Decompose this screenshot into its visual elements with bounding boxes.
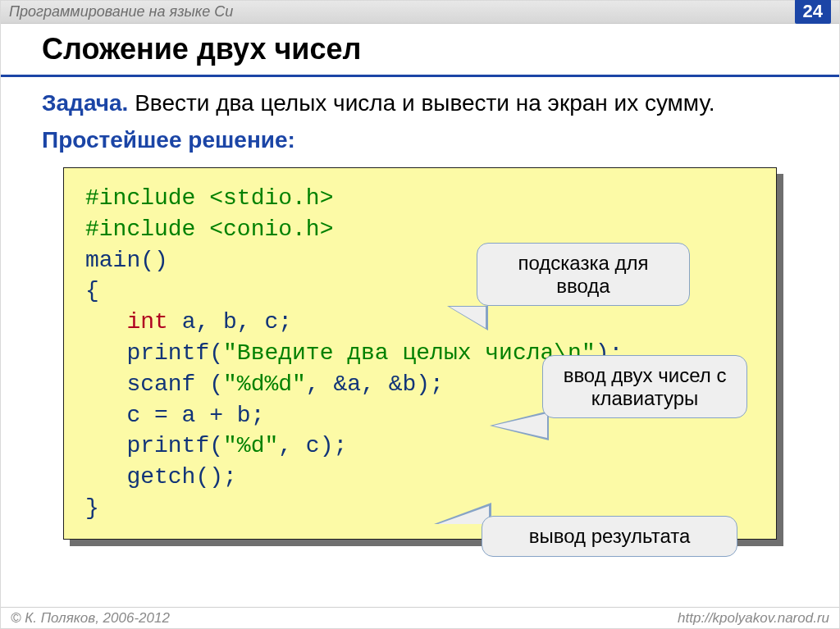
slide-title: Сложение двух чисел xyxy=(42,32,806,66)
footer: © К. Поляков, 2006-2012 http://kpolyakov… xyxy=(1,607,839,628)
footer-copyright: © К. Поляков, 2006-2012 xyxy=(11,610,170,627)
callout-output: вывод результата xyxy=(482,516,737,557)
code-line-6a: printf( xyxy=(85,340,223,366)
code-line-11: } xyxy=(85,495,99,521)
callout-1-tail xyxy=(447,306,488,330)
code-line-3: main() xyxy=(85,248,168,273)
solution-label: Простейшее решение: xyxy=(42,125,806,154)
content: Задача. Ввести два целых числа и вывести… xyxy=(1,77,839,540)
code-line-1: #include <stdio.h> xyxy=(85,185,333,211)
course-title: Программирование на языке Си xyxy=(9,3,233,21)
slide: Программирование на языке Си 24 Сложение… xyxy=(0,0,840,629)
callout-input-prompt: подсказка для ввода xyxy=(477,243,690,306)
topbar: Программирование на языке Си 24 xyxy=(1,1,839,24)
code-line-5b: int xyxy=(126,309,167,335)
code-line-7a: scanf ( xyxy=(85,371,223,397)
code-line-8: c = a + b; xyxy=(85,403,264,428)
page-number: 24 xyxy=(795,0,831,24)
code-line-10: getch(); xyxy=(85,464,237,490)
task-block: Задача. Ввести два целых числа и вывести… xyxy=(42,89,806,117)
title-row: Сложение двух чисел xyxy=(1,24,839,68)
code-line-9a: printf( xyxy=(85,433,223,458)
code-line-5c: a, b, c; xyxy=(168,309,292,335)
code-box: #include <stdio.h> #include <conio.h> ma… xyxy=(63,167,777,540)
code-line-7c: , &a, &b); xyxy=(306,371,444,397)
task-text: Ввести два целых числа и вывести на экра… xyxy=(128,90,714,116)
task-label: Задача. xyxy=(42,90,128,116)
code-line-9c: , c); xyxy=(278,433,347,458)
callout-scanf: ввод двух чисел с клавиатуры xyxy=(542,355,747,418)
code-line-7b: "%d%d" xyxy=(223,371,306,397)
footer-url: http://kpolyakov.narod.ru xyxy=(678,610,829,627)
code-line-4: { xyxy=(85,278,99,303)
code-line-6b: "Введите два целых числа\n" xyxy=(223,340,596,366)
code-line-5a xyxy=(85,309,126,335)
callout-2-tail xyxy=(490,411,549,440)
code-line-9b: "%d" xyxy=(223,433,278,458)
code-wrap: #include <stdio.h> #include <conio.h> ma… xyxy=(63,167,777,540)
code-line-2: #include <conio.h> xyxy=(85,217,333,242)
